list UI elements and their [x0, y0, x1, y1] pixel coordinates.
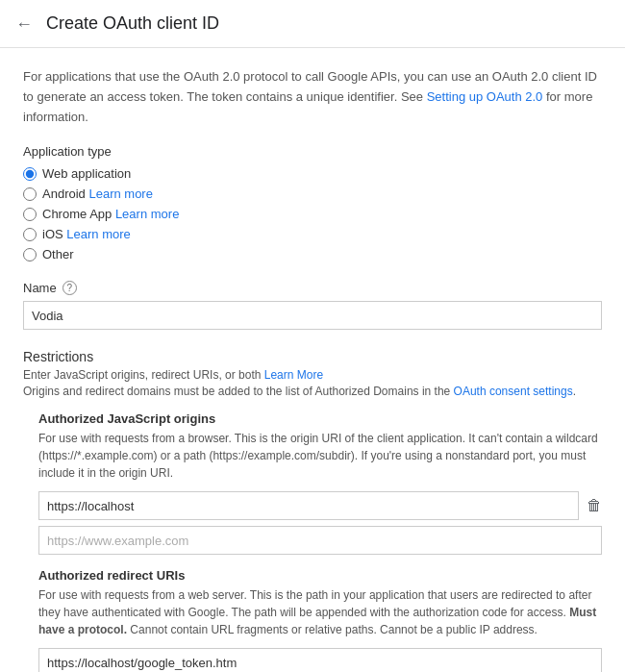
redirect-uris-desc: For use with requests from a web server.… — [38, 586, 602, 638]
radio-item-chrome: Chrome App Learn more — [23, 207, 602, 221]
name-label-row: Name ? — [23, 281, 602, 295]
js-origins-desc: For use with requests from a browser. Th… — [38, 430, 602, 482]
intro-paragraph: For applications that use the OAuth 2.0 … — [23, 67, 602, 127]
radio-chrome-label[interactable]: Chrome App Learn more — [42, 207, 179, 221]
ios-learn-more-link[interactable]: Learn more — [66, 227, 130, 241]
page-title: Create OAuth client ID — [46, 13, 219, 34]
android-learn-more-link[interactable]: Learn more — [88, 187, 152, 201]
js-origins-existing-value: https://localhost — [38, 491, 579, 520]
redirect-uris-title: Authorized redirect URIs — [38, 568, 602, 583]
radio-android[interactable] — [23, 187, 37, 201]
radio-item-web: Web application — [23, 166, 602, 181]
back-button[interactable]: ← — [15, 15, 33, 33]
redirect-uri-existing-input[interactable] — [38, 648, 602, 672]
main-content: For applications that use the OAuth 2.0 … — [0, 48, 625, 672]
radio-item-other: Other — [23, 247, 602, 261]
redirect-uris-section: Authorized redirect URIs For use with re… — [38, 568, 602, 672]
radio-chrome[interactable] — [23, 208, 37, 221]
js-origins-section: Authorized JavaScript origins For use wi… — [38, 411, 602, 555]
radio-ios-label[interactable]: iOS Learn more — [42, 227, 131, 241]
js-origins-new-input[interactable] — [38, 526, 602, 555]
intro-link[interactable]: Setting up OAuth 2.0 — [427, 89, 543, 104]
chrome-learn-more-link[interactable]: Learn more — [115, 207, 179, 221]
radio-other[interactable] — [23, 248, 37, 261]
delete-js-origin-icon[interactable]: 🗑 — [587, 497, 602, 514]
restrictions-note: Origins and redirect domains must be add… — [23, 385, 602, 398]
redirect-uri-existing-row — [38, 648, 602, 672]
js-origins-title: Authorized JavaScript origins — [38, 411, 602, 426]
name-section: Name ? — [23, 281, 602, 330]
oauth-consent-link[interactable]: OAuth consent settings — [454, 385, 573, 398]
radio-ios[interactable] — [23, 228, 37, 241]
restrictions-title: Restrictions — [23, 349, 602, 364]
application-type-label: Application type — [23, 144, 602, 159]
help-icon[interactable]: ? — [62, 281, 77, 295]
js-origins-existing-row: https://localhost 🗑 — [38, 491, 602, 520]
name-label-text: Name — [23, 281, 57, 295]
page-header: ← Create OAuth client ID — [0, 0, 625, 48]
application-type-group: Web application Android Learn more Chrom… — [23, 166, 602, 261]
redirect-desc-before: For use with requests from a web server.… — [38, 588, 591, 619]
name-input[interactable] — [23, 301, 602, 330]
radio-item-ios: iOS Learn more — [23, 227, 602, 241]
restrictions-desc: Enter JavaScript origins, redirect URIs,… — [23, 368, 602, 382]
radio-web[interactable] — [23, 167, 37, 181]
radio-web-label[interactable]: Web application — [42, 166, 131, 181]
radio-item-android: Android Learn more — [23, 187, 602, 201]
restrictions-section: Restrictions Enter JavaScript origins, r… — [23, 349, 602, 672]
radio-other-label[interactable]: Other — [42, 247, 74, 261]
restrictions-learn-more-link[interactable]: Learn More — [264, 368, 323, 382]
redirect-desc-after: Cannot contain URL fragments or relative… — [127, 623, 538, 636]
radio-android-label[interactable]: Android Learn more — [42, 187, 153, 201]
